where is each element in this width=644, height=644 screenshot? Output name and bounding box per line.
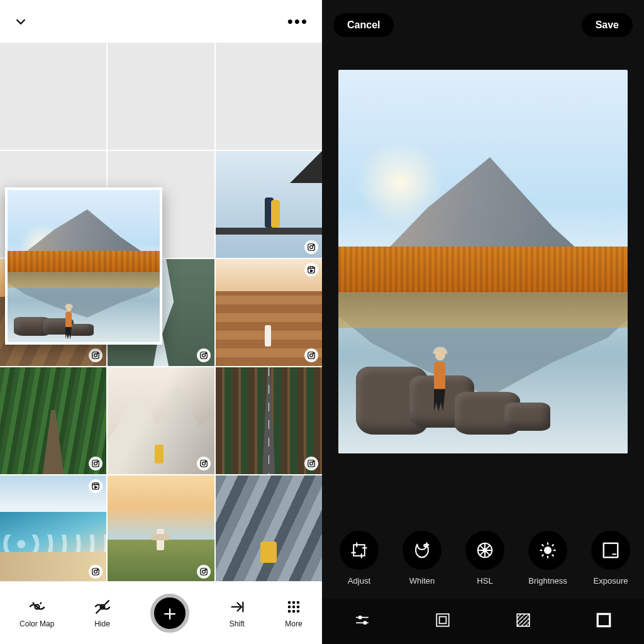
edit-tool-row[interactable]: Adjust Whiten HSL Brightness Exposure xyxy=(322,517,644,599)
shift-label: Shift xyxy=(230,619,245,628)
hide-icon xyxy=(94,598,111,616)
svg-point-47 xyxy=(545,547,551,553)
svg-point-4 xyxy=(94,354,97,357)
tab-texture-icon[interactable] xyxy=(515,612,531,631)
svg-point-18 xyxy=(202,462,205,465)
svg-point-5 xyxy=(97,353,98,353)
plus-icon: ＋ xyxy=(159,599,180,628)
svg-point-34 xyxy=(288,601,291,604)
more-grid-icon xyxy=(285,598,303,616)
instagram-badge-icon xyxy=(197,457,211,470)
svg-line-52 xyxy=(542,544,544,546)
whiten-icon xyxy=(402,531,441,570)
grid-slot[interactable] xyxy=(0,367,106,474)
collapse-chevron-icon[interactable] xyxy=(14,14,28,28)
cancel-button[interactable]: Cancel xyxy=(333,13,394,37)
brightness-icon xyxy=(528,531,567,570)
tab-frame-icon[interactable] xyxy=(435,612,451,631)
tool-label: Whiten xyxy=(409,576,435,586)
grid-slot[interactable] xyxy=(216,259,322,366)
adjust-icon xyxy=(340,531,379,570)
svg-point-30 xyxy=(205,569,206,570)
hide-button[interactable]: Hide xyxy=(94,598,111,628)
tool-label: Adjust xyxy=(348,576,370,586)
grid-slot-empty[interactable] xyxy=(0,43,106,150)
grid-slot[interactable] xyxy=(108,367,214,474)
svg-point-12 xyxy=(310,354,313,357)
tool-brightness[interactable]: Brightness xyxy=(523,531,572,586)
more-label: More xyxy=(285,619,302,628)
editor-panel: Cancel Save Adjust xyxy=(322,0,644,644)
dragging-thumbnail[interactable] xyxy=(5,187,162,345)
left-toolbar: Color Map Hide ＋ Shift More xyxy=(0,581,322,644)
svg-point-13 xyxy=(313,353,313,353)
svg-point-61 xyxy=(364,621,366,624)
svg-point-35 xyxy=(292,601,296,604)
svg-point-16 xyxy=(97,461,98,462)
svg-point-22 xyxy=(313,461,313,462)
grid-slot[interactable] xyxy=(0,475,106,581)
svg-point-2 xyxy=(313,245,313,245)
svg-rect-62 xyxy=(436,614,449,626)
grid-slot-empty[interactable] xyxy=(108,43,214,150)
more-options-icon[interactable]: ••• xyxy=(287,18,308,25)
grid-planner-panel: ••• xyxy=(0,0,322,644)
grid-slot[interactable] xyxy=(216,151,322,258)
tool-hsl[interactable]: HSL xyxy=(460,531,509,586)
edited-photo xyxy=(338,70,628,453)
hsl-icon xyxy=(465,531,504,570)
tool-label: HSL xyxy=(477,576,492,586)
instagram-badge-icon xyxy=(304,457,318,470)
editor-header: Cancel Save xyxy=(322,0,644,50)
color-map-button[interactable]: Color Map xyxy=(19,598,54,628)
instagram-badge-icon xyxy=(304,240,318,254)
editor-canvas[interactable] xyxy=(322,50,644,517)
hide-label: Hide xyxy=(94,619,110,628)
svg-rect-65 xyxy=(597,614,610,626)
tab-border-icon[interactable] xyxy=(596,612,612,631)
tool-label: Exposure xyxy=(594,576,628,586)
grid-slot-empty[interactable] xyxy=(216,43,322,150)
tool-label: Brightness xyxy=(528,576,567,586)
svg-point-27 xyxy=(97,569,98,570)
instagram-badge-icon xyxy=(304,348,318,362)
svg-point-41 xyxy=(292,609,296,613)
svg-point-60 xyxy=(359,616,362,619)
svg-point-38 xyxy=(292,605,296,608)
svg-point-21 xyxy=(310,462,313,465)
more-button[interactable]: More xyxy=(285,598,303,628)
editor-bottom-tabs xyxy=(322,599,644,644)
tool-exposure[interactable]: Exposure xyxy=(586,531,635,586)
svg-point-39 xyxy=(297,605,300,608)
svg-point-29 xyxy=(202,570,205,574)
svg-line-54 xyxy=(542,554,544,556)
svg-marker-10 xyxy=(311,270,313,272)
feed-grid[interactable] xyxy=(0,43,322,581)
tool-whiten[interactable]: Whiten xyxy=(397,531,447,586)
add-button[interactable]: ＋ xyxy=(150,594,189,633)
color-map-icon xyxy=(28,598,46,616)
svg-point-36 xyxy=(297,601,300,604)
reels-badge-icon xyxy=(304,263,318,277)
tool-adjust[interactable]: Adjust xyxy=(335,531,384,586)
svg-line-53 xyxy=(552,554,554,556)
save-button[interactable]: Save xyxy=(582,13,633,37)
svg-rect-63 xyxy=(440,617,447,624)
svg-point-1 xyxy=(310,246,313,249)
svg-point-40 xyxy=(288,609,291,613)
tab-sliders-icon[interactable] xyxy=(354,612,370,631)
svg-point-26 xyxy=(94,570,97,574)
shift-button[interactable]: Shift xyxy=(228,598,246,628)
svg-point-7 xyxy=(202,354,205,357)
color-map-label: Color Map xyxy=(19,619,54,628)
grid-slot[interactable] xyxy=(108,475,214,581)
svg-line-55 xyxy=(552,544,554,546)
svg-line-33 xyxy=(96,600,109,613)
shift-icon xyxy=(228,598,246,616)
instagram-badge-icon xyxy=(197,348,211,362)
instagram-badge-icon xyxy=(197,565,211,579)
grid-slot[interactable] xyxy=(216,475,322,581)
grid-slot[interactable] xyxy=(216,367,322,474)
left-header: ••• xyxy=(0,0,322,43)
svg-marker-24 xyxy=(95,486,97,489)
